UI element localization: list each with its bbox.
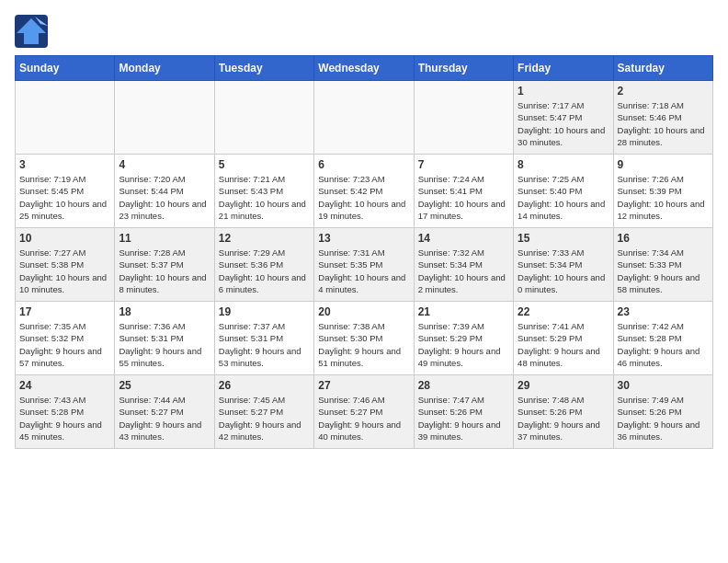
day-info: Sunrise: 7:18 AM Sunset: 5:46 PM Dayligh… (618, 99, 709, 148)
day-info: Sunrise: 7:42 AM Sunset: 5:28 PM Dayligh… (618, 320, 709, 369)
calendar-cell (414, 81, 513, 155)
day-number: 19 (219, 305, 310, 318)
calendar-cell: 9Sunrise: 7:26 AM Sunset: 5:39 PM Daylig… (613, 155, 712, 228)
day-number: 26 (219, 379, 310, 392)
day-number: 12 (219, 232, 310, 245)
calendar-cell: 7Sunrise: 7:24 AM Sunset: 5:41 PM Daylig… (414, 155, 513, 228)
calendar-cell: 14Sunrise: 7:32 AM Sunset: 5:34 PM Dayli… (414, 228, 513, 302)
column-header-wednesday: Wednesday (314, 56, 414, 81)
day-number: 27 (318, 379, 409, 392)
column-header-friday: Friday (514, 56, 613, 81)
calendar-cell: 20Sunrise: 7:38 AM Sunset: 5:30 PM Dayli… (314, 302, 414, 375)
day-number: 10 (19, 232, 110, 245)
day-info: Sunrise: 7:34 AM Sunset: 5:33 PM Dayligh… (618, 247, 709, 295)
calendar-cell: 15Sunrise: 7:33 AM Sunset: 5:34 PM Dayli… (514, 228, 613, 302)
day-info: Sunrise: 7:21 AM Sunset: 5:43 PM Dayligh… (219, 173, 310, 222)
day-number: 24 (19, 379, 110, 392)
calendar-cell: 27Sunrise: 7:46 AM Sunset: 5:27 PM Dayli… (314, 375, 414, 449)
calendar-week-1: 1Sunrise: 7:17 AM Sunset: 5:47 PM Daylig… (16, 81, 713, 155)
day-info: Sunrise: 7:43 AM Sunset: 5:28 PM Dayligh… (19, 394, 110, 442)
column-header-monday: Monday (115, 56, 214, 81)
calendar-cell: 23Sunrise: 7:42 AM Sunset: 5:28 PM Dayli… (613, 302, 712, 375)
day-info: Sunrise: 7:48 AM Sunset: 5:26 PM Dayligh… (518, 394, 609, 442)
day-info: Sunrise: 7:39 AM Sunset: 5:29 PM Dayligh… (418, 320, 509, 369)
day-number: 3 (19, 158, 110, 171)
day-number: 21 (418, 305, 509, 318)
day-info: Sunrise: 7:31 AM Sunset: 5:35 PM Dayligh… (318, 247, 409, 295)
calendar-cell (16, 81, 115, 155)
day-number: 9 (618, 158, 709, 171)
calendar-cell: 28Sunrise: 7:47 AM Sunset: 5:26 PM Dayli… (414, 375, 513, 449)
calendar-week-2: 3Sunrise: 7:19 AM Sunset: 5:45 PM Daylig… (16, 155, 713, 228)
day-info: Sunrise: 7:38 AM Sunset: 5:30 PM Dayligh… (318, 320, 409, 369)
day-number: 6 (318, 158, 409, 171)
day-number: 16 (618, 232, 709, 245)
calendar-cell: 29Sunrise: 7:48 AM Sunset: 5:26 PM Dayli… (514, 375, 613, 449)
calendar-week-4: 17Sunrise: 7:35 AM Sunset: 5:32 PM Dayli… (16, 302, 713, 375)
day-info: Sunrise: 7:33 AM Sunset: 5:34 PM Dayligh… (518, 247, 609, 295)
calendar-cell: 8Sunrise: 7:25 AM Sunset: 5:40 PM Daylig… (514, 155, 613, 228)
day-info: Sunrise: 7:37 AM Sunset: 5:31 PM Dayligh… (219, 320, 310, 369)
day-info: Sunrise: 7:17 AM Sunset: 5:47 PM Dayligh… (518, 99, 609, 148)
day-info: Sunrise: 7:28 AM Sunset: 5:37 PM Dayligh… (119, 247, 210, 295)
calendar-cell: 10Sunrise: 7:27 AM Sunset: 5:38 PM Dayli… (16, 228, 115, 302)
day-number: 28 (418, 379, 509, 392)
calendar-cell: 4Sunrise: 7:20 AM Sunset: 5:44 PM Daylig… (115, 155, 214, 228)
calendar-cell: 19Sunrise: 7:37 AM Sunset: 5:31 PM Dayli… (214, 302, 313, 375)
calendar-cell (314, 81, 414, 155)
day-info: Sunrise: 7:47 AM Sunset: 5:26 PM Dayligh… (418, 394, 509, 442)
column-header-thursday: Thursday (414, 56, 513, 81)
calendar-cell (214, 81, 313, 155)
day-number: 14 (418, 232, 509, 245)
day-number: 25 (119, 379, 210, 392)
calendar-cell: 22Sunrise: 7:41 AM Sunset: 5:29 PM Dayli… (514, 302, 613, 375)
day-number: 4 (119, 158, 210, 171)
day-number: 22 (518, 305, 609, 318)
day-info: Sunrise: 7:25 AM Sunset: 5:40 PM Dayligh… (518, 173, 609, 222)
calendar-cell: 11Sunrise: 7:28 AM Sunset: 5:37 PM Dayli… (115, 228, 214, 302)
day-number: 2 (618, 85, 709, 98)
calendar-cell: 30Sunrise: 7:49 AM Sunset: 5:26 PM Dayli… (613, 375, 712, 449)
day-number: 13 (318, 232, 409, 245)
calendar-cell: 1Sunrise: 7:17 AM Sunset: 5:47 PM Daylig… (514, 81, 613, 155)
calendar-week-5: 24Sunrise: 7:43 AM Sunset: 5:28 PM Dayli… (16, 375, 713, 449)
day-info: Sunrise: 7:44 AM Sunset: 5:27 PM Dayligh… (119, 394, 210, 442)
day-info: Sunrise: 7:26 AM Sunset: 5:39 PM Dayligh… (618, 173, 709, 222)
day-info: Sunrise: 7:24 AM Sunset: 5:41 PM Dayligh… (418, 173, 509, 222)
calendar-table: SundayMondayTuesdayWednesdayThursdayFrid… (15, 55, 713, 449)
day-number: 7 (418, 158, 509, 171)
day-info: Sunrise: 7:20 AM Sunset: 5:44 PM Dayligh… (119, 173, 210, 222)
calendar-cell: 6Sunrise: 7:23 AM Sunset: 5:42 PM Daylig… (314, 155, 414, 228)
day-number: 15 (518, 232, 609, 245)
day-number: 18 (119, 305, 210, 318)
day-number: 5 (219, 158, 310, 171)
calendar-cell: 12Sunrise: 7:29 AM Sunset: 5:36 PM Dayli… (214, 228, 313, 302)
day-number: 17 (19, 305, 110, 318)
day-number: 23 (618, 305, 709, 318)
day-number: 8 (518, 158, 609, 171)
calendar-header-row: SundayMondayTuesdayWednesdayThursdayFrid… (16, 56, 713, 81)
calendar-cell: 2Sunrise: 7:18 AM Sunset: 5:46 PM Daylig… (613, 81, 712, 155)
column-header-sunday: Sunday (16, 56, 115, 81)
calendar-cell: 13Sunrise: 7:31 AM Sunset: 5:35 PM Dayli… (314, 228, 414, 302)
day-info: Sunrise: 7:41 AM Sunset: 5:29 PM Dayligh… (518, 320, 609, 369)
calendar-cell: 21Sunrise: 7:39 AM Sunset: 5:29 PM Dayli… (414, 302, 513, 375)
day-number: 1 (518, 85, 609, 98)
calendar-cell: 25Sunrise: 7:44 AM Sunset: 5:27 PM Dayli… (115, 375, 214, 449)
day-number: 11 (119, 232, 210, 245)
day-info: Sunrise: 7:19 AM Sunset: 5:45 PM Dayligh… (19, 173, 110, 222)
calendar-cell: 3Sunrise: 7:19 AM Sunset: 5:45 PM Daylig… (16, 155, 115, 228)
column-header-saturday: Saturday (613, 56, 712, 81)
logo-icon (15, 15, 48, 48)
day-info: Sunrise: 7:36 AM Sunset: 5:31 PM Dayligh… (119, 320, 210, 369)
day-number: 30 (618, 379, 709, 392)
day-info: Sunrise: 7:29 AM Sunset: 5:36 PM Dayligh… (219, 247, 310, 295)
calendar-cell: 24Sunrise: 7:43 AM Sunset: 5:28 PM Dayli… (16, 375, 115, 449)
day-info: Sunrise: 7:32 AM Sunset: 5:34 PM Dayligh… (418, 247, 509, 295)
day-number: 20 (318, 305, 409, 318)
day-info: Sunrise: 7:49 AM Sunset: 5:26 PM Dayligh… (618, 394, 709, 442)
calendar-cell (115, 81, 214, 155)
calendar-cell: 16Sunrise: 7:34 AM Sunset: 5:33 PM Dayli… (613, 228, 712, 302)
calendar-cell: 5Sunrise: 7:21 AM Sunset: 5:43 PM Daylig… (214, 155, 313, 228)
calendar-cell: 17Sunrise: 7:35 AM Sunset: 5:32 PM Dayli… (16, 302, 115, 375)
